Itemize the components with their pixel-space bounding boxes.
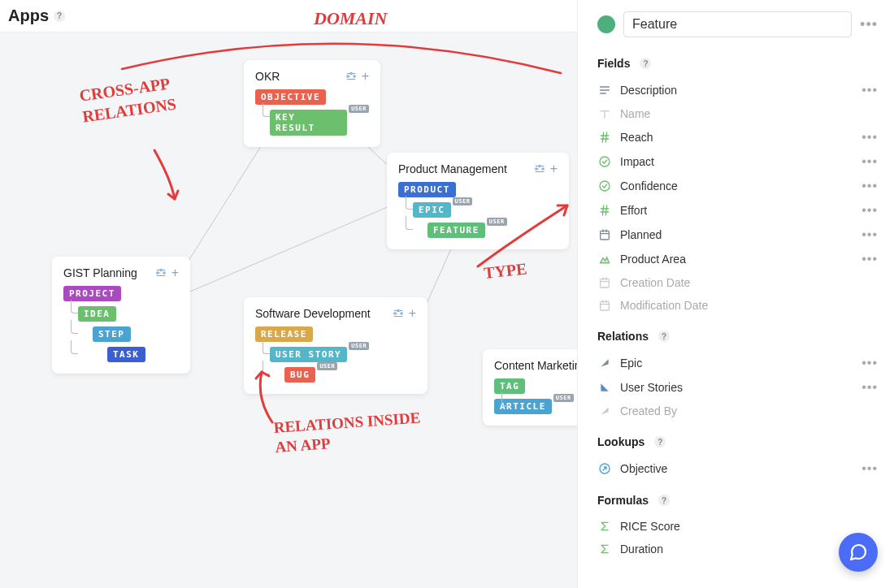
desc-icon [597,84,612,97]
tag-list: PRODUCTEPICUSERFEATUREUSER [398,182,558,238]
field-row[interactable]: User Stories••• [597,375,878,400]
svg-rect-19 [601,279,610,288]
row-label: RICE Score [620,520,878,533]
type-tag[interactable]: USER STORYUSER [255,347,369,362]
text-icon [597,107,612,120]
sigma-icon [597,543,612,556]
field-row[interactable]: Confidence••• [597,174,878,198]
annotation-arrow [146,146,195,211]
tag-label: USER STORY [270,347,347,362]
more-icon[interactable]: ••• [861,461,878,476]
hash-icon [597,204,612,217]
field-row[interactable]: Objective••• [597,456,878,481]
settings-icon[interactable] [345,71,357,82]
more-icon[interactable]: ••• [861,356,878,370]
annotation-cross-app: CROSS-APP RELATIONS [78,67,213,128]
tag-list: PROJECTIDEASTEPTASK [63,286,179,362]
type-tag[interactable]: FEATUREUSER [398,223,507,238]
help-icon[interactable]: ? [658,331,670,342]
section-label: Formulas [597,494,649,507]
user-badge: USER [487,218,507,226]
help-icon[interactable]: ? [54,11,65,22]
field-row[interactable]: Effort••• [597,198,878,223]
type-tag[interactable]: TAG [494,378,525,394]
app-title: OKR [255,70,280,83]
add-icon[interactable]: + [550,163,558,175]
type-tag[interactable]: KEY RESULTUSER [255,110,369,136]
field-row[interactable]: Impact••• [597,149,878,174]
add-icon[interactable]: + [409,308,416,319]
more-icon[interactable]: ••• [861,83,878,97]
help-icon[interactable]: ? [640,58,651,69]
svg-point-12 [163,272,165,274]
tag-list: OBJECTIVEKEY RESULTUSER [255,89,369,136]
settings-icon[interactable] [393,308,404,319]
row-label: Objective [620,462,853,475]
type-tag[interactable]: TASK [63,347,145,362]
add-icon[interactable]: + [171,267,179,279]
field-row[interactable]: Creation Date [597,271,878,294]
annotation-type: TYPE [483,259,527,282]
user-badge: USER [553,394,574,402]
help-icon[interactable]: ? [658,495,670,506]
type-tag[interactable]: ARTICLEUSER [494,399,574,414]
svg-point-6 [354,76,355,77]
field-row[interactable]: Description••• [597,78,878,102]
more-icon[interactable]: ••• [861,203,878,218]
field-row[interactable]: Modification Date [597,294,878,317]
field-row[interactable]: Name [597,102,878,125]
row-label: Modification Date [620,299,878,312]
svg-point-15 [401,313,402,314]
row-label: Epic [620,357,853,370]
user-badge: USER [453,197,473,205]
app-card-pm[interactable]: Product Management + PRODUCTEPICUSERFEAT… [387,153,569,249]
more-icon[interactable]: ••• [861,227,878,242]
svg-point-5 [349,72,351,74]
settings-icon[interactable] [155,267,167,279]
app-card-software[interactable]: Software Development + RELEASEUSER STORY… [244,297,427,394]
field-row[interactable]: Reach••• [597,125,878,149]
chat-fab[interactable] [839,533,878,572]
row-label: Reach [620,131,853,144]
tag-label: STEP [93,326,131,342]
section-label: Relations [597,330,649,343]
more-icon[interactable]: ••• [861,380,878,395]
tag-label: TAG [494,378,525,394]
more-icon[interactable]: ••• [861,130,878,145]
field-row[interactable]: Planned••• [597,223,878,247]
field-row[interactable]: Duration [597,538,878,560]
cal-icon [597,299,612,312]
row-label: Name [620,107,878,120]
user-badge: USER [349,105,369,113]
field-row[interactable]: Created By [597,400,878,422]
settings-icon[interactable] [534,163,545,175]
svg-point-9 [542,168,544,170]
details-sidebar: ••• Fields ? Description•••NameReach•••I… [577,0,894,588]
field-row[interactable]: Product Area••• [597,247,878,271]
row-label: Creation Date [620,276,878,289]
type-title-input[interactable] [623,11,852,37]
app-title: Product Management [398,162,507,175]
type-avatar[interactable] [597,15,615,33]
add-icon[interactable]: + [362,71,369,82]
type-tag[interactable]: BUGUSER [255,367,337,383]
row-label: Created By [620,404,878,417]
app-title: GIST Planning [63,266,137,279]
more-icon[interactable]: ••• [861,179,878,193]
field-row[interactable]: Epic••• [597,351,878,375]
more-icon[interactable]: ••• [861,154,878,169]
tag-label: TASK [107,347,145,362]
app-card-gist[interactable]: GIST Planning + PROJECTIDEASTEPTASK [52,257,190,374]
app-card-okr[interactable]: OKR + OBJECTIVEKEY RESULTUSER [244,60,380,147]
row-label: Impact [620,155,853,168]
canvas-workspace[interactable]: Apps ? OKR + OBJECTIVEKEY RESULTUSER Pro… [0,0,577,588]
lookups-section: Lookups ? Objective••• [597,435,878,481]
more-icon[interactable]: ••• [861,252,878,266]
more-icon[interactable]: ••• [860,16,878,33]
help-icon[interactable]: ? [654,436,666,447]
cal-icon [597,228,612,241]
tag-label: FEATURE [427,223,485,238]
field-row[interactable]: RICE Score [597,515,878,538]
relations-section: Relations ? Epic•••User Stories•••Create… [597,330,878,422]
tag-label: EPIC [413,202,451,218]
